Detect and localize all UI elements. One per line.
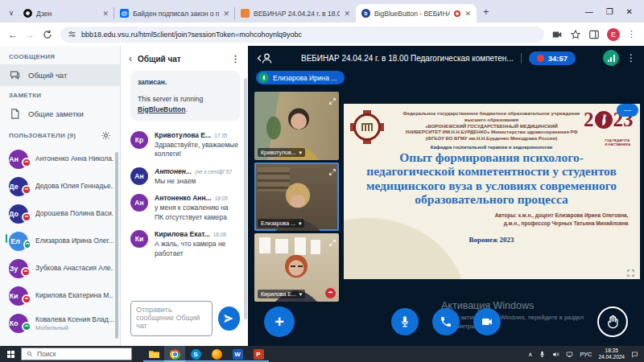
tray-language-indicator[interactable]: РУС [580, 351, 592, 358]
webcam-chip [6, 234, 7, 243]
sidebar-item-public-chat[interactable]: Общий чат [0, 64, 120, 86]
browser-profile-avatar[interactable]: Е [607, 28, 620, 41]
talking-indicator[interactable]: Елизарова Ирина ... [256, 71, 345, 84]
message-author: Антонен... [155, 167, 192, 175]
taskbar-app-chrome[interactable] [164, 346, 185, 362]
sidebar-item-shared-notes[interactable]: Общие заметки [0, 103, 120, 125]
taskbar-app-powerpoint[interactable]: P [248, 346, 269, 362]
window-minimize-button[interactable]: — [585, 7, 593, 16]
webcam-name-label[interactable]: Кирилова Е...▾ [258, 290, 305, 298]
hand-icon [605, 315, 620, 329]
webcam-fullscreen-icon[interactable] [328, 236, 336, 244]
muted-phone-badge [22, 294, 31, 304]
browser-tab-dzen[interactable]: Дзен ✕ [18, 4, 114, 23]
messages-section-header: СООБЩЕНИЯ [0, 53, 120, 60]
window-restore-button[interactable]: ❐ [606, 7, 613, 16]
side-panel-icon[interactable] [588, 29, 600, 40]
reload-button[interactable] [42, 29, 53, 40]
forward-button[interactable]: → [25, 29, 35, 40]
window-close-button[interactable]: ✕ [626, 7, 633, 16]
webcam-tile[interactable]: Кривотулов...▾ [254, 92, 339, 160]
browser-tab-news[interactable]: @ Байден подписал закон о помощи У... ✕ [114, 4, 235, 23]
taskbar-app-firefox[interactable] [206, 346, 227, 362]
user-device-label: Мобильный [35, 324, 114, 331]
recording-indicator[interactable]: 34:57 [529, 51, 576, 65]
tray-speaker-icon[interactable] [552, 351, 559, 358]
tray-microphone-icon[interactable] [539, 351, 546, 358]
send-message-button[interactable] [218, 306, 240, 331]
message-text: Мы не знаем [155, 177, 232, 186]
url-text: bbb18.edu.vsu.ru/html5client/join?sessio… [81, 31, 302, 39]
toggle-userlist-icon[interactable] [256, 51, 274, 64]
public-chat-label: Общий чат [28, 71, 67, 80]
userlist-scrollbar[interactable] [115, 152, 118, 339]
slide-authors: Авторы: к.м.н., доцент Елизарова Ирина О… [344, 212, 629, 228]
tray-chevron-icon[interactable]: ∧ [528, 351, 533, 358]
site-settings-icon[interactable] [68, 30, 76, 39]
browser-tab-strip: ∨ Дзен ✕ @ Байден подписал закон о помощ… [0, 0, 644, 23]
edu-favicon [241, 9, 250, 18]
talking-user-name: Елизарова Ирина ... [273, 74, 336, 82]
meeting-main-area: ВЕБИНАР 24.04.24 г. в 18.00 Педагогическ… [248, 46, 644, 346]
actions-plus-button[interactable]: + [264, 306, 295, 337]
back-button[interactable]: ← [8, 29, 18, 40]
pelican-icon [595, 111, 613, 129]
new-tab-button[interactable]: + [483, 6, 489, 18]
search-placeholder: Поиск [37, 350, 56, 358]
user-list-item[interactable]: Зу Зубкова Анастасия Але... [0, 255, 120, 282]
microphone-icon [398, 315, 411, 328]
meeting-options-icon[interactable]: ⋮ [626, 52, 636, 64]
browser-tab-bigbluebutton-active[interactable]: b BigBlueButton - ВЕБИНАР 24.04... ✕ [356, 4, 477, 23]
users-section-header: ПОЛЬЗОВАТЕЛИ (9) [9, 132, 76, 139]
webcam-button[interactable] [473, 308, 501, 335]
browser-menu-icon[interactable]: ⋮ [627, 29, 636, 39]
webcam-name-label[interactable]: Кривотулов...▾ [258, 148, 305, 157]
hide-presentation-button[interactable]: — [617, 104, 638, 117]
taskbar-app-word[interactable]: W [227, 346, 248, 362]
chrome-icon [170, 349, 180, 360]
tray-network-icon[interactable] [566, 351, 573, 358]
user-list-item[interactable]: Ел Елизарова Ирина Олег... [0, 228, 120, 255]
notification-center-icon[interactable] [631, 351, 638, 358]
webcam-fullscreen-icon[interactable] [328, 165, 336, 173]
microphone-button[interactable] [391, 308, 419, 335]
browser-tab-webinar[interactable]: ВЕБИНАР 24.04.24 г. в 18.00 Педагоги... … [235, 4, 356, 23]
camera-in-use-icon[interactable] [551, 29, 563, 40]
user-list-item[interactable]: Ки Кирилова Екатерина М... [0, 282, 120, 310]
user-list-item[interactable]: Ан Антоненко Анна Никола... [0, 146, 120, 173]
user-list-item[interactable]: Ко Ковалева Ксения Влад... Мобильный [0, 310, 120, 337]
voice-badge [23, 240, 31, 249]
webcam-tile-active-speaker[interactable]: Елизарова ...▾ [254, 162, 339, 231]
tab-close-icon[interactable]: ✕ [464, 10, 471, 18]
taskbar-app-skype[interactable]: S [185, 346, 206, 362]
user-list-item[interactable]: До Дорошева Полина Васи... [0, 200, 120, 228]
word-icon: W [233, 349, 243, 360]
presentation-fullscreen-icon[interactable] [626, 266, 635, 275]
tab-search-icon[interactable]: ∨ [5, 9, 18, 17]
chat-back-icon[interactable]: ‹ [129, 53, 132, 64]
leave-audio-button[interactable] [432, 308, 460, 335]
user-list-item[interactable]: Де Дедова Юлия Геннадье... [0, 173, 120, 200]
raise-hand-button[interactable] [597, 306, 628, 337]
bookmark-star-icon[interactable] [570, 29, 581, 40]
tab-close-icon[interactable]: ✕ [223, 10, 229, 18]
start-button[interactable] [0, 346, 21, 362]
chat-scrollbar[interactable] [244, 78, 247, 319]
connection-status-icon[interactable] [603, 50, 619, 66]
chat-options-icon[interactable]: ⋮ [231, 54, 240, 64]
public-chat-panel: ‹ Общий чат ⋮ записан. This server is ru… [121, 46, 248, 346]
taskbar-search-box[interactable]: Поиск [21, 348, 132, 360]
address-bar[interactable]: bbb18.edu.vsu.ru/html5client/join?sessio… [60, 27, 544, 43]
chat-message-input[interactable] [130, 301, 213, 336]
tray-clock[interactable]: 18:35 24.04.2024 [598, 348, 625, 360]
tab-close-icon[interactable]: ✕ [102, 10, 109, 18]
manage-users-gear-icon[interactable] [101, 130, 111, 141]
webcam-name-label[interactable]: Елизарова ...▾ [258, 219, 304, 228]
webcam-fullscreen-icon[interactable] [328, 94, 336, 102]
windows-logo-icon [7, 351, 14, 358]
bigbluebutton-link[interactable]: BigBlueButton [138, 105, 186, 113]
tab-close-icon[interactable]: ✕ [344, 10, 350, 18]
webcam-tile[interactable]: Кирилова Е...▾ [254, 233, 339, 302]
webcams-column: Кривотулов...▾ Елизарова ...▾ [254, 92, 339, 302]
taskbar-app-explorer[interactable] [143, 346, 164, 362]
